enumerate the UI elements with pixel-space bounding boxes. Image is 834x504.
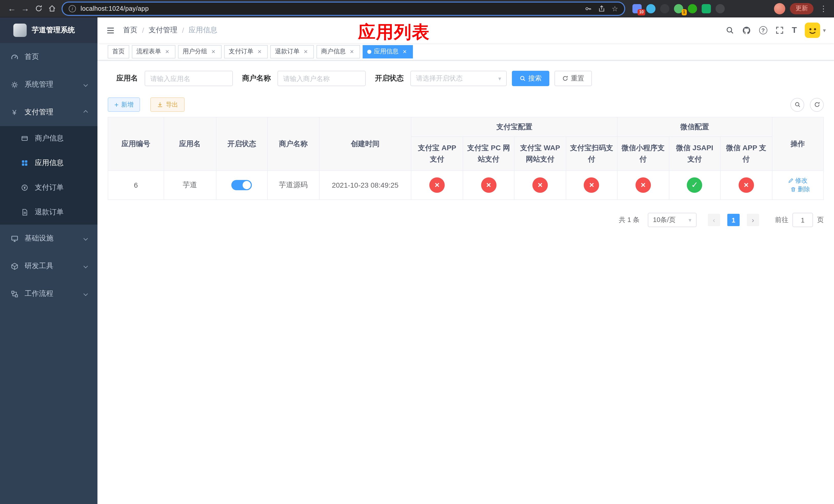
status-toggle[interactable]	[232, 180, 252, 190]
page-unit-label: 页	[817, 215, 824, 225]
sidebar-item-devtools[interactable]: 研发工具	[0, 252, 97, 280]
close-icon[interactable]: ×	[210, 48, 217, 55]
bookmark-star-icon[interactable]: ☆	[612, 4, 618, 13]
cube-icon	[10, 262, 19, 270]
password-key-icon[interactable]	[585, 5, 592, 12]
reload-icon[interactable]	[32, 2, 45, 15]
sidebar-item-pay-orders[interactable]: 支付订单	[0, 175, 97, 200]
extension-icon-6[interactable]	[702, 4, 711, 13]
reset-button[interactable]: 重置	[554, 71, 592, 86]
plus-icon: +	[114, 101, 118, 108]
caret-down-icon: ▾	[498, 75, 501, 82]
page-root: ← → i localhost:1024/pay/app ☆ 10 1	[0, 0, 834, 504]
extension-icon-5[interactable]	[688, 4, 697, 13]
browser-menu-icon[interactable]: ⋮	[818, 4, 829, 13]
dashboard-icon	[10, 53, 19, 61]
extension-icon-3[interactable]	[660, 4, 670, 13]
browser-profile-avatar[interactable]	[774, 3, 785, 14]
status-select[interactable]: 请选择开启状态 ▾	[410, 71, 507, 86]
user-avatar-menu[interactable]: ▾	[805, 23, 826, 38]
goto-page-input[interactable]	[792, 213, 813, 227]
delete-button[interactable]: 删除	[791, 185, 810, 194]
cell-alipay-wap: ×	[514, 170, 566, 200]
close-icon[interactable]: ×	[256, 48, 263, 55]
close-icon[interactable]: ×	[348, 48, 355, 55]
extension-icon-1[interactable]: 10	[632, 4, 642, 13]
share-icon[interactable]	[598, 5, 606, 12]
forward-icon[interactable]: →	[19, 2, 32, 15]
back-icon[interactable]: ←	[5, 2, 19, 15]
github-icon[interactable]	[742, 23, 751, 38]
tab-pay-orders[interactable]: 支付订单 ×	[224, 45, 268, 58]
caret-down-icon: ▾	[823, 27, 826, 33]
hamburger-icon[interactable]	[97, 18, 123, 43]
sidebar-item-system[interactable]: 系统管理	[0, 71, 97, 98]
sidebar-item-payment[interactable]: ¥ 支付管理	[0, 98, 97, 126]
site-info-icon[interactable]: i	[69, 5, 76, 12]
delete-label: 删除	[798, 185, 810, 194]
filter-form: 应用名 商户名称 开启状态 请选择开启状态 ▾ 搜索 重置	[116, 71, 824, 86]
tab-merchant-info[interactable]: 商户信息 ×	[316, 45, 360, 58]
close-icon[interactable]: ×	[163, 48, 171, 55]
sidebar-item-label: 商户信息	[35, 134, 64, 143]
sidebar-item-label: 研发工具	[25, 261, 53, 271]
home-icon[interactable]	[45, 2, 59, 15]
cell-alipay-app: ×	[411, 170, 463, 200]
tab-home[interactable]: 首页	[108, 45, 129, 58]
extension-icon-2[interactable]	[646, 4, 656, 13]
grid-icon	[21, 159, 29, 167]
caret-down-icon: ▾	[688, 216, 692, 223]
sidebar-item-app-info[interactable]: 应用信息	[0, 151, 97, 175]
breadcrumb-item-home[interactable]: 首页	[123, 26, 137, 35]
sidebar-item-merchant-info[interactable]: 商户信息	[0, 126, 97, 151]
toggle-search-icon-button[interactable]	[790, 98, 804, 112]
close-icon[interactable]: ×	[302, 48, 309, 55]
sidebar-item-label: 工作流程	[25, 289, 53, 298]
toggle-knob	[243, 181, 251, 189]
sidebar-item-label: 首页	[25, 52, 39, 62]
search-button[interactable]: 搜索	[512, 71, 549, 86]
page-number-button[interactable]: 1	[727, 214, 740, 226]
sidebar-item-infra[interactable]: 基础设施	[0, 225, 97, 252]
refresh-icon-button[interactable]	[810, 98, 824, 112]
url-text[interactable]: localhost:1024/pay/app	[81, 5, 579, 12]
app-name-label: 应用名	[116, 74, 138, 83]
tab-label: 应用信息	[374, 47, 398, 56]
search-icon[interactable]	[725, 23, 734, 38]
tab-user-group[interactable]: 用户分组 ×	[178, 45, 222, 58]
add-button-label: 新增	[121, 100, 133, 109]
cell-actions: 修改 删除	[772, 170, 824, 200]
sidebar-item-label: 支付管理	[25, 108, 53, 117]
edit-button[interactable]: 修改	[788, 176, 808, 185]
col-header-wechat-jsapi: 微信 JSAPI 支付	[669, 137, 720, 170]
col-header-alipay-app: 支付宝 APP 支付	[411, 137, 463, 170]
font-size-icon[interactable]: T	[792, 23, 797, 38]
help-icon[interactable]: ?	[759, 23, 767, 38]
app-name-input[interactable]	[145, 71, 233, 86]
close-icon[interactable]: ×	[401, 48, 408, 55]
tab-app-info[interactable]: 应用信息 ×	[363, 45, 413, 58]
breadcrumb: 首页 / 支付管理 / 应用信息	[123, 26, 218, 35]
browser-update-button[interactable]: 更新	[790, 3, 813, 14]
tab-process-form[interactable]: 流程表单 ×	[132, 45, 175, 58]
sidebar-item-workflow[interactable]: 工作流程	[0, 280, 97, 307]
prev-page-button[interactable]: ‹	[708, 214, 720, 226]
breadcrumb-item-payment[interactable]: 支付管理	[149, 26, 177, 35]
cell-alipay-qr: ×	[566, 170, 618, 200]
extension-icon-4[interactable]: 1	[674, 4, 683, 13]
extension-icon-7[interactable]	[716, 4, 725, 13]
main-area: 首页 / 支付管理 / 应用信息 应用列表 ?	[97, 18, 834, 504]
export-button[interactable]: 导出	[150, 97, 185, 112]
app-logo-row[interactable]: 芋道管理系统	[0, 18, 97, 43]
fullscreen-icon[interactable]	[775, 23, 784, 38]
add-button[interactable]: + 新增	[108, 97, 140, 112]
merchant-name-input[interactable]	[278, 71, 366, 86]
tab-refund-orders[interactable]: 退款订单 ×	[270, 45, 314, 58]
sidebar-item-home[interactable]: 首页	[0, 43, 97, 71]
next-page-button[interactable]: ›	[747, 214, 759, 226]
col-header-wechat-app: 微信 APP 支付	[720, 137, 772, 170]
breadcrumb-separator: /	[142, 26, 144, 35]
address-bar[interactable]: i localhost:1024/pay/app ☆	[63, 2, 624, 15]
sidebar-item-refund-orders[interactable]: 退款订单	[0, 200, 97, 225]
page-size-select[interactable]: 10条/页 ▾	[648, 213, 697, 227]
